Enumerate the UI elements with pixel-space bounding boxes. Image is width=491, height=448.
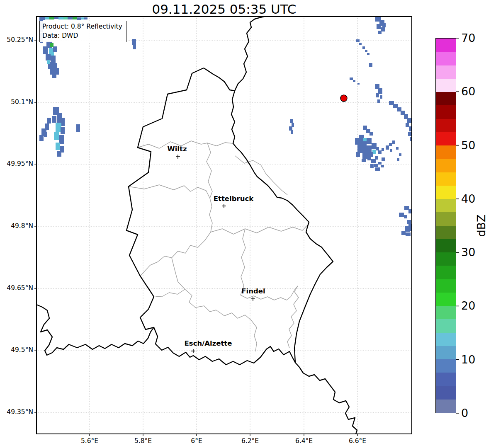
district-borders bbox=[129, 141, 309, 351]
x-tick-label: 6.6°E bbox=[349, 437, 366, 445]
colorbar-segment bbox=[436, 306, 456, 319]
radar-echo-cells bbox=[39, 17, 412, 236]
colorbar-segment bbox=[436, 400, 456, 413]
y-tick-label: 50.25°N bbox=[0, 36, 33, 44]
y-tick-label: 50.1°N bbox=[0, 98, 33, 106]
colorbar-segment bbox=[436, 65, 456, 79]
colorbar-segment bbox=[436, 359, 456, 373]
colorbar-segment bbox=[436, 293, 456, 306]
y-tick-label: 49.35°N bbox=[0, 408, 33, 416]
product-info-box: Product: 0.8° Reflectivity Data: DWD bbox=[39, 21, 126, 42]
data-source-line: Data: DWD bbox=[42, 31, 122, 40]
colorbar-tick-label: 40 bbox=[461, 192, 475, 205]
colorbar-segment bbox=[436, 39, 456, 52]
x-tick-label: 5.6°E bbox=[81, 437, 98, 445]
country-borders bbox=[36, 17, 357, 434]
y-tick-label: 49.8°N bbox=[0, 222, 33, 230]
colorbar-tick-label: 30 bbox=[461, 246, 475, 259]
x-tick-label: 6.2°E bbox=[241, 437, 259, 445]
colorbar-segment bbox=[436, 266, 456, 279]
colorbar-unit-label: dBZ bbox=[475, 205, 488, 247]
colorbar-segment bbox=[436, 199, 456, 212]
grid-lines bbox=[36, 17, 412, 434]
colorbar-segment bbox=[436, 386, 456, 400]
map-plot bbox=[0, 0, 491, 448]
city-label-ettelbruck: Ettelbruck bbox=[214, 195, 253, 203]
colorbar-segment bbox=[436, 119, 456, 132]
colorbar-tick-label: 50 bbox=[461, 139, 475, 152]
y-tick-label: 49.5°N bbox=[0, 346, 33, 354]
x-tick-label: 6.4°E bbox=[295, 437, 313, 445]
radar-map-figure: 09.11.2025 05:35 UTC 5.6°E5.8°E6°E6.2°E6… bbox=[0, 0, 491, 448]
colorbar-tick-label: 60 bbox=[461, 85, 475, 98]
x-tick-label: 6°E bbox=[191, 437, 202, 445]
colorbar-segment bbox=[436, 186, 456, 199]
colorbar-segment bbox=[436, 132, 456, 145]
colorbar-segment bbox=[436, 279, 456, 293]
city-label-findel: Findel bbox=[241, 287, 265, 295]
city-label-esch-alzette: Esch/Alzette bbox=[185, 339, 232, 347]
y-tick-label: 49.65°N bbox=[0, 284, 33, 292]
colorbar-segment bbox=[436, 105, 456, 119]
colorbar-segment bbox=[436, 92, 456, 105]
colorbar-segment bbox=[436, 239, 456, 252]
colorbar-tick-label: 20 bbox=[461, 299, 475, 312]
radar-site-marker bbox=[340, 95, 347, 102]
colorbar-segment bbox=[436, 319, 456, 332]
colorbar-segment bbox=[436, 346, 456, 359]
colorbar-segment bbox=[436, 212, 456, 225]
colorbar-segment bbox=[436, 226, 456, 239]
colorbar bbox=[435, 38, 456, 413]
colorbar-segment bbox=[436, 52, 456, 65]
colorbar-segment bbox=[436, 79, 456, 92]
plot-border-frame bbox=[36, 17, 412, 434]
colorbar-segment bbox=[436, 145, 456, 159]
product-line: Product: 0.8° Reflectivity bbox=[42, 22, 122, 31]
colorbar-tick-label: 70 bbox=[461, 31, 475, 44]
colorbar-tick-label: 10 bbox=[461, 353, 475, 366]
y-tick-label: 49.95°N bbox=[0, 160, 33, 167]
colorbar-segment bbox=[436, 373, 456, 386]
colorbar-segment bbox=[436, 172, 456, 186]
colorbar-segment bbox=[436, 333, 456, 346]
city-label-wiltz: Wiltz bbox=[167, 145, 187, 153]
colorbar-segment bbox=[436, 252, 456, 266]
colorbar-tick-label: 0 bbox=[461, 407, 468, 419]
x-tick-label: 5.8°E bbox=[134, 437, 152, 445]
colorbar-segment bbox=[436, 159, 456, 172]
